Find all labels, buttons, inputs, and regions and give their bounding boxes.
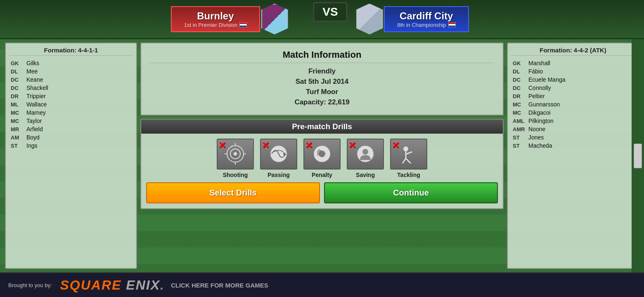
tackling-svg — [398, 143, 420, 165]
svg-point-12 — [362, 149, 368, 155]
away-player-pos-9: ST — [513, 134, 524, 141]
home-players-list: GK Gilks DL Mee DC Keane DC Shackell DR … — [9, 59, 133, 150]
away-player-pos-3: DC — [513, 85, 524, 91]
away-player-pos-5: MC — [513, 101, 524, 108]
match-header: VS Burnley 1st in Premier Division ✛ Car… — [0, 0, 644, 39]
away-player-pos-1: DL — [513, 68, 524, 75]
drills-title: Pre-match Drills — [141, 120, 503, 134]
drills-panel: Pre-match Drills ✕ — [140, 119, 504, 209]
home-formation-title: Formation: 4-4-1-1 — [9, 47, 133, 56]
drill-tackling-label: Tackling — [397, 172, 420, 178]
drill-passing[interactable]: ✕ Passing — [260, 139, 297, 178]
home-player-row: DR Trippier — [9, 92, 133, 100]
away-player-name-2: Ecuele Manga — [528, 76, 566, 83]
away-player-name-3: Connolly — [528, 85, 551, 91]
home-player-pos-10: ST — [11, 143, 22, 149]
ad-bar[interactable]: Brought to you by: SQUARE ENIX. CLICK HE… — [0, 272, 644, 297]
away-player-row: GK Marshall — [511, 59, 635, 67]
burnley-shield — [261, 4, 288, 35]
home-player-name-5: Wallace — [26, 101, 47, 108]
svg-point-13 — [403, 146, 408, 151]
drills-buttons: Select Drills Continue — [146, 182, 498, 203]
away-team-league: 8th in Championship ✛ — [397, 22, 456, 28]
match-capacity: Capacity: 22,619 — [149, 98, 495, 106]
home-player-row: MR Arfield — [9, 125, 133, 133]
home-team-header: Burnley 1st in Premier Division ✛ — [171, 6, 260, 32]
ad-logo: SQUARE ENIX. — [60, 278, 165, 293]
away-player-pos-10: ST — [513, 143, 524, 149]
home-crest — [260, 2, 289, 35]
away-team-header: Cardiff City 8th in Championship ✛ — [384, 6, 469, 32]
home-player-name-10: Ings — [26, 142, 37, 149]
ad-tagline: CLICK HERE FOR MORE GAMES — [171, 282, 268, 289]
select-drills-button[interactable]: Select Drills — [146, 182, 320, 203]
home-player-pos-0: GK — [11, 60, 22, 66]
home-player-pos-4: DR — [11, 93, 22, 99]
scroll-handle[interactable] — [634, 144, 642, 168]
cardiff-shield — [356, 4, 383, 35]
drill-passing-x: ✕ — [262, 140, 269, 151]
away-team-name: Cardiff City — [397, 10, 456, 22]
svg-point-2 — [234, 152, 237, 156]
svg-line-16 — [402, 158, 406, 163]
away-player-row: ST Jones — [511, 133, 635, 141]
away-player-row: DL Fábio — [511, 67, 635, 75]
home-player-name-0: Gilks — [26, 60, 39, 66]
drill-penalty[interactable]: ✕ Penalty — [303, 139, 341, 178]
away-player-name-7: Pilkington — [528, 118, 554, 124]
home-flag: ✛ — [239, 22, 247, 27]
away-player-row: DC Ecuele Manga — [511, 75, 635, 84]
ad-logo-container: SQUARE ENIX. CLICK HERE FOR MORE GAMES — [60, 278, 636, 293]
home-player-row: DC Keane — [9, 75, 133, 84]
home-player-pos-2: DC — [11, 77, 22, 83]
drill-shooting-icon-bg: ✕ — [217, 139, 254, 170]
home-player-name-6: Marney — [26, 109, 46, 116]
home-player-name-7: Taylor — [26, 118, 42, 124]
ad-brought-by-text: Brought to you by: — [8, 282, 52, 288]
drill-tackling[interactable]: ✕ Tackling — [390, 139, 427, 178]
away-player-name-1: Fábio — [528, 68, 543, 75]
home-player-row: ST Ings — [9, 141, 133, 150]
match-venue: Turf Moor — [149, 88, 495, 96]
home-player-pos-7: MC — [11, 118, 22, 124]
away-player-pos-6: MC — [513, 110, 524, 116]
away-player-row: AML Pilkington — [511, 117, 635, 125]
svg-line-15 — [406, 152, 412, 154]
home-player-name-9: Boyd — [26, 134, 40, 141]
match-date: Sat 5th Jul 2014 — [149, 78, 495, 86]
away-players-list: GK Marshall DL Fábio DC Ecuele Manga DC … — [511, 59, 635, 150]
away-flag: ✛ — [448, 22, 456, 27]
shooting-svg — [224, 143, 247, 165]
home-player-name-1: Mee — [26, 68, 38, 75]
drill-shooting[interactable]: ✕ Shooting — [217, 139, 254, 178]
away-player-row: AMR Noone — [511, 125, 635, 133]
away-player-name-4: Peltier — [528, 93, 545, 99]
home-player-pos-3: DC — [11, 85, 22, 91]
away-player-row: ST Macheda — [511, 141, 635, 150]
away-player-pos-8: AMR — [513, 126, 524, 132]
home-player-pos-6: MC — [11, 110, 22, 116]
drill-shooting-label: Shooting — [223, 172, 248, 178]
drill-penalty-icon-bg: ✕ — [303, 139, 341, 170]
home-player-pos-5: ML — [11, 101, 22, 108]
match-info-title: Match Information — [149, 50, 495, 63]
away-player-row: DR Peltier — [511, 92, 635, 100]
away-formation-title: Formation: 4-4-2 (ATK) — [511, 47, 635, 56]
home-player-row: GK Gilks — [9, 59, 133, 67]
away-player-pos-4: DR — [513, 93, 524, 99]
drill-passing-icon-bg: ✕ — [260, 139, 297, 170]
center-panel: Match Information Friendly Sat 5th Jul 2… — [140, 42, 504, 269]
scrollbar-area[interactable] — [632, 39, 644, 272]
match-info-panel: Match Information Friendly Sat 5th Jul 2… — [140, 42, 504, 116]
drill-shooting-x: ✕ — [218, 140, 226, 151]
drill-saving-icon-bg: ✕ — [347, 139, 384, 170]
drill-saving[interactable]: ✕ Saving — [347, 139, 384, 178]
penalty-svg — [311, 143, 334, 165]
saving-svg — [354, 143, 377, 165]
drill-penalty-x: ✕ — [305, 140, 313, 151]
continue-button[interactable]: Continue — [324, 182, 498, 203]
home-team-name: Burnley — [184, 10, 247, 22]
match-type: Friendly — [149, 67, 495, 75]
home-player-name-2: Keane — [26, 76, 43, 83]
away-player-name-6: Dikgacoi — [528, 109, 551, 116]
